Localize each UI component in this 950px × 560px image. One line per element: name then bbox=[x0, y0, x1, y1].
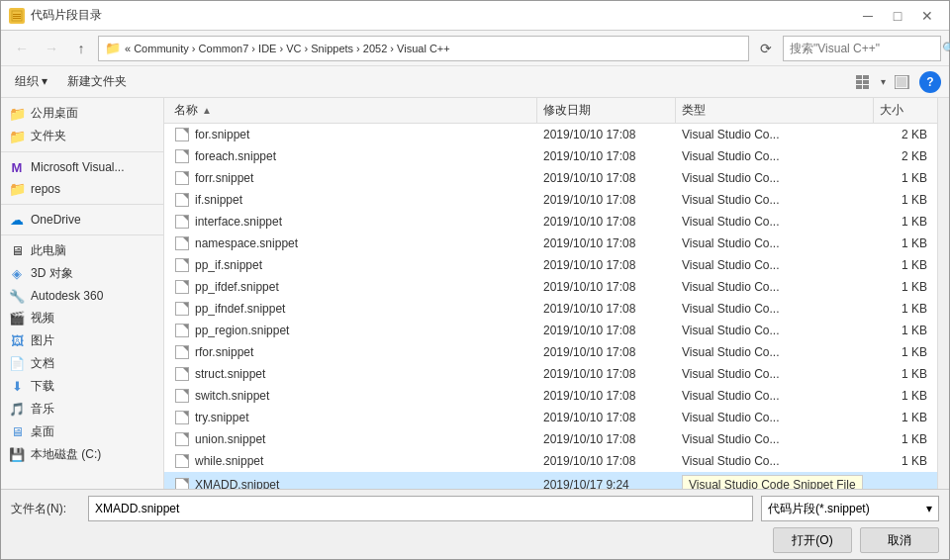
sidebar-item-desktop-public[interactable]: 📁 公用桌面 bbox=[1, 102, 163, 125]
snippet-file-icon bbox=[174, 127, 190, 142]
back-button[interactable]: ← bbox=[9, 36, 35, 61]
open-button[interactable]: 打开(O) bbox=[773, 527, 852, 553]
file-date-cell: 2019/10/10 17:08 bbox=[537, 233, 676, 254]
snippet-file-icon bbox=[174, 214, 190, 230]
forward-button[interactable]: → bbox=[39, 36, 64, 61]
close-button[interactable]: ✕ bbox=[913, 6, 941, 26]
address-path[interactable]: 📁 « Community › Common7 › IDE › VC › Sni… bbox=[98, 36, 749, 61]
header-date[interactable]: 修改日期 bbox=[537, 98, 676, 123]
svg-rect-3 bbox=[13, 18, 21, 19]
sidebar-item-music[interactable]: 🎵 音乐 bbox=[1, 398, 163, 420]
file-name-text: for.snippet bbox=[195, 128, 249, 141]
header-size[interactable]: 大小 bbox=[874, 98, 933, 123]
file-name-cell: namespace.snippet bbox=[168, 233, 537, 254]
header-name[interactable]: 名称 ▲ bbox=[168, 98, 537, 123]
snippet-file-icon bbox=[174, 279, 190, 295]
sidebar-item-label: 此电脑 bbox=[31, 242, 66, 259]
svg-rect-7 bbox=[863, 80, 869, 84]
file-date-cell: 2019/10/10 17:08 bbox=[537, 145, 676, 167]
main-content: 📁 公用桌面 📁 文件夹 M Microsoft Visual... 📁 rep… bbox=[1, 98, 949, 489]
filename-input[interactable] bbox=[88, 496, 753, 521]
maximize-button[interactable]: □ bbox=[884, 6, 911, 26]
sidebar-divider2 bbox=[1, 204, 163, 205]
minimize-button[interactable]: ─ bbox=[854, 6, 882, 26]
file-row[interactable]: try.snippet2019/10/10 17:08Visual Studio… bbox=[164, 407, 937, 428]
title-controls: ─ □ ✕ bbox=[854, 6, 941, 26]
sidebar-item-autodesk[interactable]: 🔧 Autodesk 360 bbox=[1, 285, 163, 307]
file-size-cell: 1 KB bbox=[874, 189, 933, 211]
file-row[interactable]: if.snippet2019/10/10 17:08Visual Studio … bbox=[164, 189, 937, 211]
sidebar-divider bbox=[1, 151, 163, 152]
file-row[interactable]: rfor.snippet2019/10/10 17:08Visual Studi… bbox=[164, 341, 937, 363]
file-name-text: pp_ifdef.snippet bbox=[195, 280, 279, 294]
svg-rect-6 bbox=[856, 80, 862, 84]
help-button[interactable]: ? bbox=[919, 71, 941, 93]
file-row[interactable]: pp_ifdef.snippet2019/10/10 17:08Visual S… bbox=[164, 276, 937, 298]
window-title: 代码片段目录 bbox=[31, 7, 102, 24]
sidebar-item-3d[interactable]: ◈ 3D 对象 bbox=[1, 262, 163, 285]
vs-icon: M bbox=[9, 159, 25, 175]
svg-rect-4 bbox=[856, 75, 862, 79]
svg-rect-11 bbox=[897, 77, 906, 87]
computer-icon: 🖥 bbox=[9, 243, 25, 259]
sidebar-item-onedrive[interactable]: ☁ OneDrive bbox=[1, 209, 163, 231]
sidebar-item-downloads[interactable]: ⬇ 下载 bbox=[1, 375, 163, 398]
file-row[interactable]: switch.snippet2019/10/10 17:08Visual Stu… bbox=[164, 385, 937, 407]
file-name-text: pp_region.snippet bbox=[195, 324, 289, 337]
sidebar-item-pictures[interactable]: 🖼 图片 bbox=[1, 329, 163, 352]
file-name-text: if.snippet bbox=[195, 193, 242, 207]
file-name-text: while.snippet bbox=[195, 454, 263, 468]
file-row[interactable]: namespace.snippet2019/10/10 17:08Visual … bbox=[164, 233, 937, 254]
file-row[interactable]: pp_if.snippet2019/10/10 17:08Visual Stud… bbox=[164, 254, 937, 276]
file-name-text: switch.snippet bbox=[195, 389, 269, 403]
file-row[interactable]: pp_ifndef.snippet2019/10/10 17:08Visual … bbox=[164, 298, 937, 320]
file-row[interactable]: while.snippet2019/10/10 17:08Visual Stud… bbox=[164, 450, 937, 472]
harddisk-icon: 💾 bbox=[9, 447, 25, 463]
search-input[interactable] bbox=[790, 42, 938, 55]
file-type-cell: Visual Studio Co... bbox=[676, 385, 874, 407]
file-row[interactable]: for.snippet2019/10/10 17:08Visual Studio… bbox=[164, 124, 937, 145]
view-dropdown-arrow[interactable]: ▾ bbox=[881, 76, 886, 87]
file-date-cell: 2019/10/10 17:08 bbox=[537, 407, 676, 428]
snippet-file-icon bbox=[174, 344, 190, 360]
filetype-dropdown[interactable]: 代码片段(*.snippet) ▾ bbox=[761, 496, 939, 521]
file-name-cell: foreach.snippet bbox=[168, 145, 537, 167]
sidebar-item-documents[interactable]: 📄 文档 bbox=[1, 352, 163, 375]
header-type[interactable]: 类型 bbox=[676, 98, 874, 123]
file-type-cell: Visual Studio Co... bbox=[676, 167, 874, 189]
sidebar-item-folder[interactable]: 📁 文件夹 bbox=[1, 125, 163, 147]
cancel-button[interactable]: 取消 bbox=[860, 527, 939, 553]
view-icon-button[interactable] bbox=[890, 70, 915, 94]
snippet-file-icon bbox=[174, 192, 190, 208]
sidebar-item-vs[interactable]: M Microsoft Visual... bbox=[1, 156, 163, 178]
search-icon[interactable]: 🔍 bbox=[942, 42, 950, 55]
refresh-button[interactable]: ⟳ bbox=[753, 36, 779, 61]
file-date-cell: 2019/10/10 17:08 bbox=[537, 298, 676, 320]
scrollbar-track[interactable] bbox=[937, 98, 949, 489]
snippet-file-icon bbox=[174, 410, 190, 425]
file-row[interactable]: XMADD.snippet2019/10/17 9:24Visual Studi… bbox=[164, 472, 937, 489]
music-icon: 🎵 bbox=[9, 402, 25, 418]
file-row[interactable]: interface.snippet2019/10/10 17:08Visual … bbox=[164, 211, 937, 233]
file-row[interactable]: pp_region.snippet2019/10/10 17:08Visual … bbox=[164, 320, 937, 341]
file-row[interactable]: struct.snippet2019/10/10 17:08Visual Stu… bbox=[164, 363, 937, 385]
new-folder-button[interactable]: 新建文件夹 bbox=[61, 70, 133, 94]
file-name-text: struct.snippet bbox=[195, 367, 265, 381]
toolbar: 组织 ▾ 新建文件夹 ▾ ? bbox=[1, 66, 949, 98]
file-row[interactable]: union.snippet2019/10/10 17:08Visual Stud… bbox=[164, 428, 937, 450]
up-button[interactable]: ↑ bbox=[68, 36, 94, 61]
file-row[interactable]: foreach.snippet2019/10/10 17:08Visual St… bbox=[164, 145, 937, 167]
file-name-cell: switch.snippet bbox=[168, 385, 537, 407]
view-options-button[interactable] bbox=[851, 70, 877, 94]
file-name-cell: XMADD.snippet bbox=[168, 472, 537, 489]
organize-button[interactable]: 组织 ▾ bbox=[9, 70, 53, 94]
file-row[interactable]: forr.snippet2019/10/10 17:08Visual Studi… bbox=[164, 167, 937, 189]
search-box[interactable]: 🔍 bbox=[783, 36, 941, 61]
sidebar-item-video[interactable]: 🎬 视频 bbox=[1, 307, 163, 329]
sidebar-item-repos[interactable]: 📁 repos bbox=[1, 178, 163, 200]
desktop-icon: 🖥 bbox=[9, 424, 25, 440]
sidebar-item-thispc[interactable]: 🖥 此电脑 bbox=[1, 239, 163, 262]
video-icon: 🎬 bbox=[9, 311, 25, 327]
sidebar-item-desktop[interactable]: 🖥 桌面 bbox=[1, 420, 163, 443]
sidebar-item-localdisk[interactable]: 💾 本地磁盘 (C:) bbox=[1, 443, 163, 466]
